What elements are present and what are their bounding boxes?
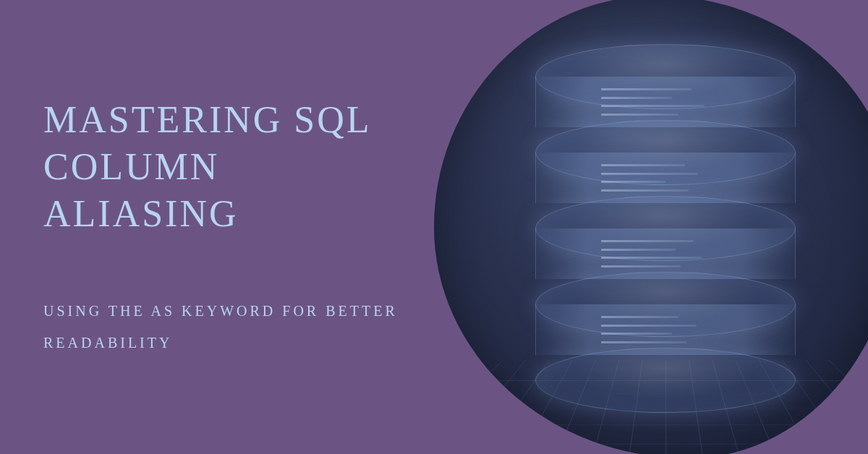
text-column: MASTERING SQL COLUMN ALIASING USING THE … (0, 96, 434, 359)
page-title: MASTERING SQL COLUMN ALIASING (43, 96, 420, 237)
hero-illustration (434, 0, 868, 454)
hero-banner: MASTERING SQL COLUMN ALIASING USING THE … (0, 0, 868, 454)
page-subtitle: USING THE AS KEYWORD FOR BETTER READABIL… (43, 295, 420, 359)
database-cylinder-icon (535, 44, 796, 391)
